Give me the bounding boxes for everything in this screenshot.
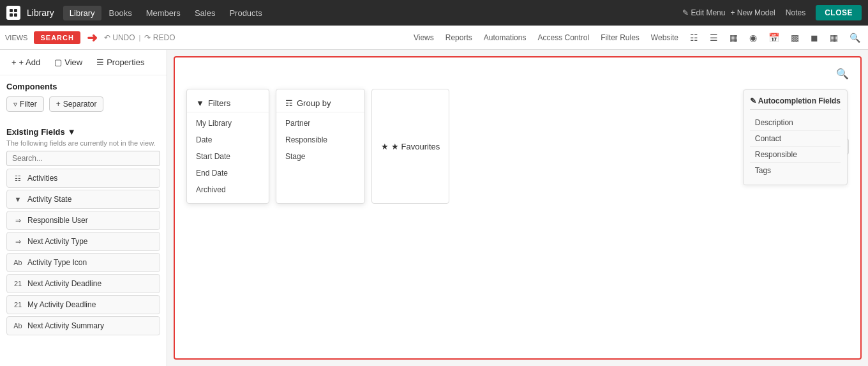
next-activity-type-icon: ⇒	[12, 236, 24, 247]
filters-dropdown: ▼ Filters My Library Date Start Date End…	[186, 89, 269, 204]
redo-button[interactable]: ↷ REDO	[144, 33, 175, 42]
new-model-button[interactable]: + New Model	[730, 8, 775, 17]
autocompletion-description[interactable]: Description	[750, 115, 841, 131]
automations-link[interactable]: Automations	[481, 32, 529, 43]
plus-icon: +	[11, 57, 17, 67]
filters-header[interactable]: ▼ Filters	[187, 95, 269, 112]
svg-rect-1	[14, 9, 17, 12]
svg-rect-0	[10, 9, 13, 12]
app-logo[interactable]	[6, 6, 20, 20]
calendar-icon[interactable]: 📅	[766, 31, 782, 44]
notes-button[interactable]: Notes	[781, 6, 811, 20]
sidebar-actions: + + Add ▢ View ☰ Properties	[0, 50, 167, 75]
fields-search-input[interactable]	[6, 151, 160, 166]
main-layout: + + Add ▢ View ☰ Properties Components ▿…	[0, 50, 868, 366]
field-next-activity-type[interactable]: ⇒ Next Activity Type	[6, 232, 160, 251]
field-activity-type-icon[interactable]: Ab Activity Type Icon	[6, 253, 160, 272]
components-title: Components	[6, 82, 160, 91]
props-icon: ☰	[96, 57, 104, 67]
properties-button[interactable]: ☰ Properties	[91, 55, 149, 70]
existing-fields-title: Existing Fields ▼	[6, 127, 160, 137]
close-button[interactable]: CLOSE	[816, 5, 862, 20]
autocompletion-panel: ✎ Autocompletion Fields Description Cont…	[743, 89, 848, 185]
filter-start-date[interactable]: Start Date	[187, 148, 269, 165]
top-right-actions: ✎ Edit Menu + New Model Notes CLOSE	[682, 5, 862, 20]
next-deadline-icon: 21	[12, 278, 24, 289]
field-next-activity-summary[interactable]: Ab Next Activity Summary	[6, 316, 160, 335]
search-top-icon[interactable]: 🔍	[847, 31, 863, 44]
filter-funnel-icon: ▼	[196, 98, 204, 108]
existing-fields-desc: The following fields are currently not i…	[6, 139, 160, 147]
nav-links: Library Books Members Sales Products	[63, 6, 678, 20]
groupby-partner[interactable]: Partner	[276, 115, 364, 132]
toolbar-divider: |	[139, 34, 141, 42]
star-icon: ★	[381, 142, 389, 151]
nav-sales[interactable]: Sales	[188, 6, 222, 20]
filter-archived[interactable]: Archived	[187, 181, 269, 198]
autocompletion-title: ✎ Autocompletion Fields	[750, 96, 841, 110]
arrow-indicator: ➜	[87, 30, 98, 45]
views-label: VIEWS	[5, 34, 27, 42]
field-activities[interactable]: ☷ Activities	[6, 169, 160, 188]
views-link[interactable]: Views	[411, 32, 437, 43]
activity-state-icon: ▼	[12, 194, 24, 205]
app-title[interactable]: Library	[27, 8, 54, 18]
map-pin-icon[interactable]: ◉	[747, 31, 760, 44]
groupby-icon: ☶	[285, 98, 293, 108]
add-button[interactable]: + + Add	[6, 55, 45, 70]
filter-chip-icon: ▿	[13, 100, 17, 109]
field-activity-state[interactable]: ▼ Activity State	[6, 190, 160, 209]
list-view2-icon[interactable]: ☰	[707, 31, 721, 44]
secondary-toolbar: VIEWS SEARCH ➜ ↶ UNDO | ↷ REDO Views Rep…	[0, 26, 868, 50]
top-navigation: Library Library Books Members Sales Prod…	[0, 0, 868, 26]
dropdown-arrow-icon: ▼	[68, 127, 76, 137]
autocompletion-contact[interactable]: Contact	[750, 131, 841, 147]
undo-button[interactable]: ↶ UNDO	[104, 33, 135, 42]
groupby-stage[interactable]: Stage	[276, 148, 364, 165]
activities-icon: ☷	[12, 172, 24, 184]
columns-icon[interactable]: ▦	[727, 31, 740, 44]
groupby-dropdown: ☶ Group by Partner Responsible Stage	[276, 89, 365, 204]
filter-chip[interactable]: ▿ Filter	[6, 96, 44, 112]
list-view-icon[interactable]: ☷	[687, 31, 701, 44]
separator-chip-icon: +	[56, 100, 61, 109]
sidebar: + + Add ▢ View ☰ Properties Components ▿…	[0, 50, 167, 366]
nav-products[interactable]: Products	[223, 6, 268, 20]
groupby-responsible[interactable]: Responsible	[276, 132, 364, 148]
svg-rect-3	[14, 13, 17, 17]
edit-menu-button[interactable]: ✎ Edit Menu	[682, 8, 725, 17]
next-summary-icon: Ab	[12, 320, 24, 332]
autocompletion-responsible[interactable]: Responsible	[750, 147, 841, 163]
separator-chip[interactable]: + Separator	[49, 96, 104, 112]
filter-end-date[interactable]: End Date	[187, 165, 269, 181]
field-my-activity-deadline[interactable]: 21 My Activity Deadline	[6, 295, 160, 314]
nav-library[interactable]: Library	[63, 6, 101, 20]
components-section: Components ▿ Filter + Separator	[0, 75, 167, 123]
chart-icon[interactable]: ▩	[788, 31, 802, 44]
grid-icon[interactable]: ◼	[808, 31, 821, 44]
view-icon: ▢	[54, 57, 62, 67]
view-button[interactable]: ▢ View	[49, 55, 87, 70]
content-search-bar: 🔍	[181, 64, 854, 84]
filter-rules-link[interactable]: Filter Rules	[598, 32, 642, 43]
website-link[interactable]: Website	[648, 32, 681, 43]
favourites-button[interactable]: ★ ★ Favourites	[371, 89, 449, 204]
pivot-icon[interactable]: ▦	[827, 31, 841, 44]
field-next-activity-deadline[interactable]: 21 Next Activity Deadline	[6, 274, 160, 293]
autocompletion-tags[interactable]: Tags	[750, 163, 841, 178]
filter-date[interactable]: Date	[187, 132, 269, 148]
existing-fields-section: Existing Fields ▼ The following fields a…	[0, 123, 167, 341]
content-inner: 🔍 ▼ Filters My Library Date Start Date E…	[174, 56, 862, 360]
nav-books[interactable]: Books	[103, 6, 138, 20]
field-responsible-user[interactable]: ⇒ Responsible User	[6, 211, 160, 230]
reports-link[interactable]: Reports	[443, 32, 475, 43]
filter-my-library[interactable]: My Library	[187, 115, 269, 132]
my-deadline-icon: 21	[12, 299, 24, 310]
groupby-header[interactable]: ☶ Group by	[276, 95, 364, 112]
activity-type-icon-icon: Ab	[12, 257, 24, 268]
content-search-icon[interactable]: 🔍	[836, 68, 849, 80]
search-button[interactable]: SEARCH	[34, 31, 80, 44]
access-control-link[interactable]: Access Control	[535, 32, 592, 43]
nav-members[interactable]: Members	[140, 6, 187, 20]
svg-rect-2	[10, 13, 13, 17]
